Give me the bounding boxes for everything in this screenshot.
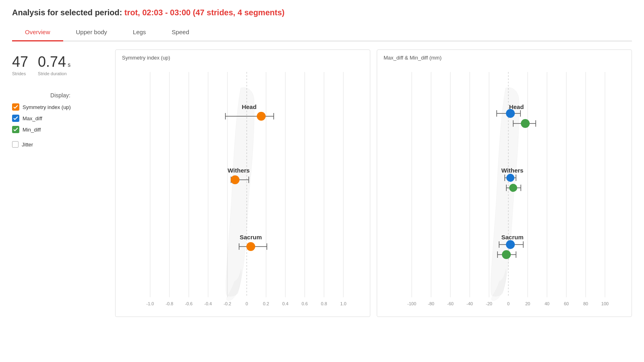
- checkbox-mindiff-label: Min_diff: [23, 127, 41, 133]
- display-label: Display:: [12, 92, 109, 99]
- svg-text:0.6: 0.6: [301, 301, 308, 306]
- jitter-checkbox[interactable]: [12, 141, 19, 148]
- chart-maxmin-title: Max_diff & Min_diff (mm): [380, 55, 628, 61]
- head-point-left: [257, 112, 266, 121]
- svg-text:-40: -40: [466, 301, 473, 306]
- checkbox-blue: [12, 115, 19, 122]
- strides-stat: 47 Strides: [12, 53, 28, 76]
- chart-maxmin-inner: Head: [380, 64, 628, 313]
- display-section: Display: Symmetry index (up) Max_diff: [12, 92, 109, 133]
- svg-text:40: 40: [545, 301, 549, 306]
- svg-text:0.8: 0.8: [321, 301, 327, 306]
- chart-symmetry-inner: Head Withers: [119, 64, 367, 313]
- strides-value: 47: [12, 53, 28, 70]
- title-static: Analysis for selected period:: [12, 8, 122, 17]
- withers-point-left: [231, 175, 239, 184]
- svg-text:0: 0: [246, 301, 248, 306]
- tab-legs[interactable]: Legs: [120, 24, 159, 41]
- checkbox-symmetry[interactable]: Symmetry index (up): [12, 103, 109, 111]
- head-max-point-right: [506, 109, 515, 118]
- svg-text:-0.4: -0.4: [204, 301, 212, 306]
- svg-text:0.4: 0.4: [282, 301, 288, 306]
- stride-duration-label: Stride duration: [38, 71, 70, 76]
- sacrum-max-point-right: [506, 240, 515, 249]
- head-label-left: Head: [242, 103, 257, 110]
- withers-max-point-right: [506, 174, 514, 182]
- sacrum-min-point-right: [502, 250, 511, 259]
- svg-text:-0.6: -0.6: [185, 301, 193, 306]
- checkbox-mindiff[interactable]: Min_diff: [12, 126, 109, 133]
- tab-overview[interactable]: Overview: [12, 24, 63, 41]
- chart-symmetry: Symmetry index (up): [115, 49, 370, 317]
- svg-text:-80: -80: [428, 301, 434, 306]
- sacrum-point-left: [246, 242, 255, 251]
- tab-speed[interactable]: Speed: [159, 24, 202, 41]
- checkbox-maxdiff-label: Max_diff: [23, 115, 42, 121]
- stride-duration-value: 0.74: [38, 53, 66, 70]
- charts-area: Symmetry index (up): [115, 49, 632, 317]
- stride-duration-unit: s: [68, 62, 70, 68]
- svg-text:-0.8: -0.8: [166, 301, 173, 306]
- svg-text:-0.2: -0.2: [224, 301, 231, 306]
- chart-maxmin-svg: Head: [380, 64, 628, 313]
- checkbox-symmetry-label: Symmetry index (up): [23, 104, 71, 110]
- sacrum-label-right: Sacrum: [501, 234, 523, 241]
- svg-text:60: 60: [564, 301, 569, 306]
- svg-text:-20: -20: [486, 301, 492, 306]
- svg-text:100: 100: [601, 301, 609, 306]
- stride-duration-stat: 0.74 s Stride duration: [38, 53, 70, 76]
- jitter-row[interactable]: Jitter: [12, 141, 109, 148]
- svg-text:0.2: 0.2: [263, 301, 269, 306]
- title-highlight: trot, 02:03 - 03:00 (47 strides, 4 segme…: [124, 8, 285, 17]
- withers-label-left: Withers: [228, 167, 250, 174]
- tab-bar: Overview Upper body Legs Speed: [12, 24, 632, 41]
- chart-symmetry-svg: Head Withers: [119, 64, 367, 313]
- head-min-point-right: [521, 119, 530, 128]
- stats-row: 47 Strides 0.74 s Stride duration: [12, 53, 109, 76]
- svg-text:-1.0: -1.0: [147, 301, 154, 306]
- checkbox-orange: [12, 103, 19, 111]
- chart-maxmin: Max_diff & Min_diff (mm): [377, 49, 632, 317]
- withers-min-point-right: [509, 184, 517, 192]
- chart-symmetry-title: Symmetry index (up): [119, 55, 367, 61]
- svg-text:80: 80: [583, 301, 588, 306]
- svg-text:1.0: 1.0: [340, 301, 346, 306]
- strides-label: Strides: [12, 71, 28, 76]
- withers-label-right: Withers: [502, 167, 524, 174]
- analysis-title: Analysis for selected period: trot, 02:0…: [12, 8, 632, 17]
- svg-text:0: 0: [507, 301, 510, 306]
- checkbox-green: [12, 126, 19, 133]
- svg-text:20: 20: [525, 301, 530, 306]
- tab-upper-body[interactable]: Upper body: [63, 24, 120, 41]
- left-panel: 47 Strides 0.74 s Stride duration Displa…: [12, 49, 109, 317]
- content-row: 47 Strides 0.74 s Stride duration Displa…: [12, 49, 632, 317]
- checkbox-maxdiff[interactable]: Max_diff: [12, 115, 109, 122]
- svg-text:-100: -100: [407, 301, 416, 306]
- sacrum-label-left: Sacrum: [239, 234, 262, 241]
- svg-text:-60: -60: [447, 301, 454, 306]
- jitter-label: Jitter: [22, 142, 33, 148]
